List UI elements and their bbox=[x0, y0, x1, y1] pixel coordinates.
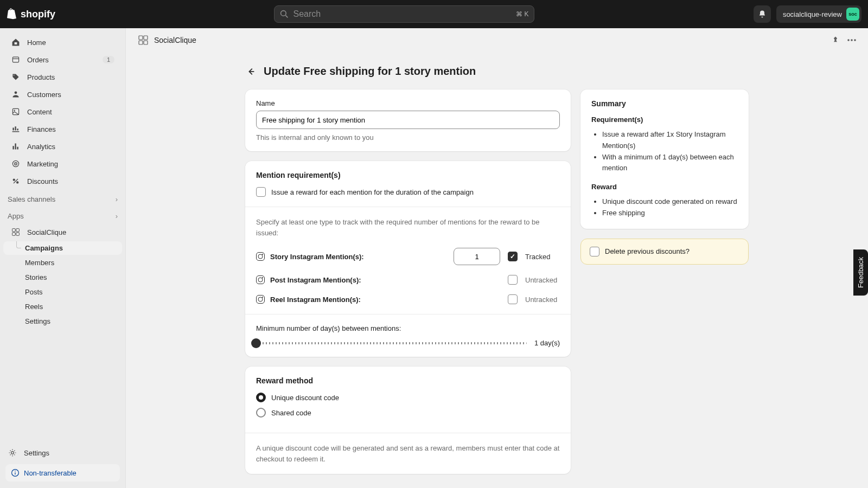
search-icon bbox=[280, 10, 289, 18]
nav-products[interactable]: Products bbox=[3, 69, 122, 85]
orders-icon bbox=[11, 55, 21, 65]
sidebar-subitem-settings[interactable]: Settings bbox=[3, 314, 122, 328]
appbar: SocialClique bbox=[126, 28, 868, 52]
nav-discounts[interactable]: Discounts bbox=[3, 173, 122, 189]
sidebar-subitem-members[interactable]: Members bbox=[3, 256, 122, 269]
summary-reward-label: Reward bbox=[591, 183, 738, 191]
shared-code-radio-row[interactable]: Shared code bbox=[256, 408, 560, 418]
slider-thumb[interactable] bbox=[251, 338, 261, 348]
search-shortcut: ⌘ K bbox=[516, 10, 528, 18]
days-slider[interactable] bbox=[256, 342, 527, 344]
sales-channels-section[interactable]: Sales channels› bbox=[0, 190, 125, 207]
reel-mention-row: Reel Instagram Mention(s): Untracked bbox=[256, 294, 560, 304]
name-input[interactable] bbox=[256, 111, 560, 129]
back-button[interactable] bbox=[245, 66, 257, 78]
each-mention-checkbox-row[interactable]: Issue a reward for each mention for the … bbox=[256, 187, 560, 197]
pin-icon[interactable] bbox=[831, 36, 840, 44]
reel-tracked-checkbox[interactable] bbox=[508, 294, 518, 304]
chevron-right-icon: › bbox=[116, 195, 118, 203]
nav-settings[interactable]: Settings bbox=[0, 441, 125, 464]
story-count-input[interactable] bbox=[454, 248, 500, 265]
reward-card: Reward method Unique discount code Share… bbox=[245, 367, 571, 474]
account-menu[interactable]: socialclique-review soc bbox=[776, 5, 861, 23]
gear-icon bbox=[8, 448, 17, 458]
nav-customers[interactable]: Customers bbox=[3, 86, 122, 102]
sidebar-subitem-reels[interactable]: Reels bbox=[3, 300, 122, 313]
app-icon bbox=[11, 227, 21, 237]
mention-title: Mention requirement(s) bbox=[256, 171, 560, 179]
shopify-logo[interactable]: shopify bbox=[7, 8, 55, 20]
finances-icon bbox=[11, 124, 21, 134]
feedback-tab[interactable]: Feedback bbox=[853, 249, 868, 296]
post-tracked-checkbox[interactable] bbox=[508, 275, 518, 285]
each-mention-checkbox[interactable] bbox=[256, 187, 266, 197]
instagram-icon bbox=[256, 252, 265, 261]
nav-finances[interactable]: Finances bbox=[3, 121, 122, 137]
avatar: soc bbox=[846, 8, 859, 21]
post-mention-row: Post Instagram Mention(s): Untracked bbox=[256, 275, 560, 285]
unique-code-radio-row[interactable]: Unique discount code bbox=[256, 393, 560, 402]
svg-rect-12 bbox=[16, 233, 20, 236]
page-title: Update Free shipping for 1 story mention bbox=[264, 65, 476, 78]
svg-rect-17 bbox=[139, 36, 143, 40]
unique-code-radio[interactable] bbox=[256, 393, 266, 402]
sidebar: Home Orders1 Products Customers Content … bbox=[0, 28, 126, 488]
home-icon bbox=[11, 37, 21, 47]
svg-point-5 bbox=[14, 110, 15, 111]
sidebar-subitem-posts[interactable]: Posts bbox=[3, 285, 122, 299]
nav-marketing[interactable]: Marketing bbox=[3, 156, 122, 172]
search-placeholder: Search bbox=[293, 9, 321, 19]
summary-reward-list: Unique discount code generated on reward… bbox=[591, 196, 738, 219]
delete-previous-checkbox[interactable] bbox=[590, 247, 599, 256]
shared-code-radio[interactable] bbox=[256, 408, 266, 418]
svg-point-13 bbox=[11, 452, 14, 454]
svg-rect-11 bbox=[12, 233, 16, 236]
svg-rect-19 bbox=[139, 41, 143, 44]
instagram-icon bbox=[256, 275, 265, 284]
notifications-button[interactable] bbox=[754, 5, 771, 23]
nav-analytics[interactable]: Analytics bbox=[3, 138, 122, 155]
name-label: Name bbox=[256, 99, 560, 107]
nav-content[interactable]: Content bbox=[3, 104, 122, 120]
search-box[interactable]: Search ⌘ K bbox=[274, 5, 534, 23]
name-help: This is internal and only known to you bbox=[256, 133, 560, 142]
delete-previous-checkbox-row[interactable]: Delete previous discounts? bbox=[590, 247, 739, 256]
more-icon[interactable] bbox=[847, 39, 856, 41]
svg-point-21 bbox=[847, 39, 850, 41]
customers-icon bbox=[11, 89, 21, 99]
nav-home[interactable]: Home bbox=[3, 34, 122, 50]
svg-rect-2 bbox=[12, 57, 18, 62]
svg-point-3 bbox=[15, 91, 17, 94]
info-icon bbox=[11, 468, 20, 477]
svg-rect-20 bbox=[144, 41, 148, 44]
slider-label: Minimum number of day(s) between mention… bbox=[256, 324, 560, 332]
chevron-right-icon: › bbox=[116, 212, 118, 220]
specify-text: Specify at least one type to track with … bbox=[256, 217, 560, 238]
apps-section[interactable]: Apps› bbox=[0, 207, 125, 223]
summary-req-label: Requirement(s) bbox=[591, 115, 738, 124]
appbar-title: SocialClique bbox=[154, 36, 196, 44]
svg-point-22 bbox=[851, 39, 853, 41]
topbar: shopify Search ⌘ K socialclique-review s… bbox=[0, 0, 868, 28]
nav-orders[interactable]: Orders1 bbox=[3, 52, 122, 68]
sidebar-subitem-stories[interactable]: Stories bbox=[3, 271, 122, 284]
orders-badge: 1 bbox=[103, 56, 114, 63]
sidebar-subitem-campaigns[interactable]: Campaigns bbox=[3, 241, 122, 255]
sidebar-app-socialclique[interactable]: SocialClique bbox=[3, 224, 122, 240]
reward-title: Reward method bbox=[256, 376, 560, 385]
mention-card: Mention requirement(s) Issue a reward fo… bbox=[245, 161, 571, 357]
shopify-wordmark: shopify bbox=[21, 9, 55, 20]
marketing-icon bbox=[11, 159, 21, 169]
svg-point-23 bbox=[854, 39, 856, 41]
story-mention-row: Story Instagram Mention(s): Tracked bbox=[256, 248, 560, 265]
svg-rect-9 bbox=[12, 229, 16, 232]
main-content: Update Free shipping for 1 story mention… bbox=[126, 52, 868, 488]
bell-icon bbox=[758, 10, 767, 18]
story-tracked-checkbox[interactable] bbox=[508, 252, 518, 261]
svg-rect-18 bbox=[144, 36, 148, 40]
products-icon bbox=[11, 72, 21, 82]
non-transferable-badge[interactable]: Non-transferable bbox=[5, 464, 120, 481]
reward-desc: A unique discount code will be generated… bbox=[256, 443, 560, 464]
svg-point-8 bbox=[15, 163, 16, 164]
summary-title: Summary bbox=[591, 99, 738, 108]
